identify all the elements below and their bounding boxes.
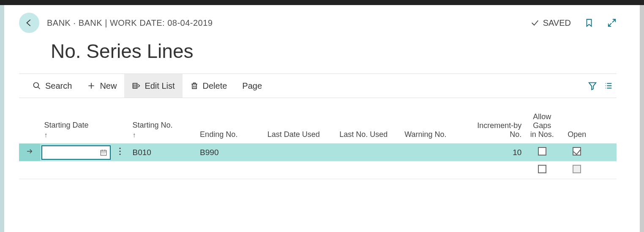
calendar-icon <box>100 149 107 156</box>
page-title: No. Series Lines <box>51 40 617 63</box>
edit-list-label: Edit List <box>145 81 175 91</box>
cell-allow-gaps[interactable] <box>526 161 558 179</box>
page-label: Page <box>242 81 262 91</box>
cell-allow-gaps[interactable] <box>526 144 558 161</box>
col-starting-no[interactable]: Starting No. ↑ <box>128 110 196 144</box>
cell-open[interactable] <box>558 144 595 161</box>
cell-ending-no[interactable] <box>196 161 263 179</box>
edit-list-icon <box>132 82 140 90</box>
row-indicator[interactable] <box>19 144 40 161</box>
col-open[interactable]: Open <box>558 110 595 144</box>
svg-rect-2 <box>101 150 106 155</box>
checkbox-unchecked[interactable] <box>538 165 546 173</box>
trash-icon <box>190 82 199 90</box>
row-indicator[interactable] <box>19 161 40 179</box>
starting-date-field[interactable] <box>42 148 98 157</box>
list-icon <box>604 81 613 90</box>
cell-ending-no[interactable]: B990 <box>196 144 263 161</box>
expand-button[interactable] <box>607 18 617 28</box>
table-row[interactable] <box>19 161 617 179</box>
background-left-edge <box>0 5 4 232</box>
list-view-button[interactable] <box>604 81 613 91</box>
table-header-row: Starting Date ↑ Starting No. ↑ Ending No… <box>19 110 617 144</box>
col-last-no-used[interactable]: Last No. Used <box>335 110 400 144</box>
col-last-date-used[interactable]: Last Date Used <box>263 110 336 144</box>
delete-button[interactable]: Delete <box>183 74 235 98</box>
checkbox-unchecked[interactable] <box>538 147 546 156</box>
cell-starting-date[interactable] <box>40 161 112 179</box>
arrow-left-icon <box>25 18 34 27</box>
col-starting-date[interactable]: Starting Date ↑ <box>40 110 112 144</box>
calendar-button[interactable] <box>97 149 110 156</box>
cell-last-date-used[interactable] <box>263 144 336 161</box>
svg-point-3 <box>120 147 121 149</box>
svg-point-0 <box>34 83 39 88</box>
cell-last-date-used[interactable] <box>263 161 336 179</box>
header-right: SAVED <box>530 18 617 28</box>
page-container: BANK · BANK | WORK DATE: 08-04-2019 SAVE… <box>4 5 640 232</box>
new-label: New <box>100 81 117 91</box>
row-menu[interactable] <box>112 161 128 179</box>
plus-icon <box>87 82 96 90</box>
table-row[interactable]: B010 B990 10 <box>19 144 617 161</box>
edit-list-button[interactable]: Edit List <box>124 74 182 98</box>
cell-starting-no[interactable] <box>128 161 196 179</box>
cell-spacer <box>595 144 617 161</box>
app-topbar <box>0 0 644 5</box>
row-menu[interactable] <box>112 144 128 161</box>
cell-increment-by-no[interactable]: 10 <box>465 144 526 161</box>
svg-point-5 <box>120 153 121 155</box>
filter-button[interactable] <box>588 81 597 91</box>
cell-starting-date[interactable] <box>40 144 112 161</box>
svg-point-4 <box>120 150 121 152</box>
header-row: BANK · BANK | WORK DATE: 08-04-2019 SAVE… <box>19 13 617 33</box>
search-icon <box>33 82 41 90</box>
cell-starting-no[interactable]: B010 <box>128 144 196 161</box>
data-grid: Starting Date ↑ Starting No. ↑ Ending No… <box>19 110 617 179</box>
search-button[interactable]: Search <box>25 74 79 98</box>
cell-increment-by-no[interactable] <box>465 161 526 179</box>
more-vertical-icon <box>119 147 121 155</box>
arrow-right-icon <box>26 147 33 155</box>
back-button[interactable] <box>19 13 39 33</box>
bookmark-button[interactable] <box>584 18 594 28</box>
page-menu[interactable]: Page <box>235 74 270 98</box>
svg-rect-1 <box>133 83 137 88</box>
bookmark-icon <box>584 18 594 27</box>
saved-status: SAVED <box>530 18 571 28</box>
col-spacer <box>595 110 617 144</box>
breadcrumb: BANK · BANK | WORK DATE: 08-04-2019 <box>47 18 213 28</box>
checkbox-checked[interactable] <box>573 147 581 156</box>
expand-icon <box>607 18 617 27</box>
new-button[interactable]: New <box>79 74 124 98</box>
cell-warning-no[interactable] <box>400 161 465 179</box>
col-increment-by-no[interactable]: Increment-by No. <box>465 110 526 144</box>
col-warning-no[interactable]: Warning No. <box>400 110 465 144</box>
funnel-icon <box>588 81 597 90</box>
search-label: Search <box>45 81 72 91</box>
cell-last-no-used[interactable] <box>335 144 400 161</box>
cell-spacer <box>595 161 617 179</box>
check-icon <box>530 18 540 27</box>
cell-warning-no[interactable] <box>400 144 465 161</box>
col-rowmenu <box>112 110 128 144</box>
checkbox-disabled[interactable] <box>573 165 581 173</box>
starting-date-input[interactable] <box>41 145 111 160</box>
sort-asc-icon: ↑ <box>44 131 108 139</box>
cell-last-no-used[interactable] <box>335 161 400 179</box>
col-rowselector <box>19 110 40 144</box>
col-ending-no[interactable]: Ending No. <box>196 110 263 144</box>
delete-label: Delete <box>203 81 227 91</box>
sort-asc-icon: ↑ <box>133 131 192 139</box>
toolbar: Search New Edit List Delete Page <box>19 74 617 98</box>
saved-label: SAVED <box>543 18 571 28</box>
col-allow-gaps[interactable]: Allow Gaps in Nos. <box>526 110 558 144</box>
cell-open[interactable] <box>558 161 595 179</box>
